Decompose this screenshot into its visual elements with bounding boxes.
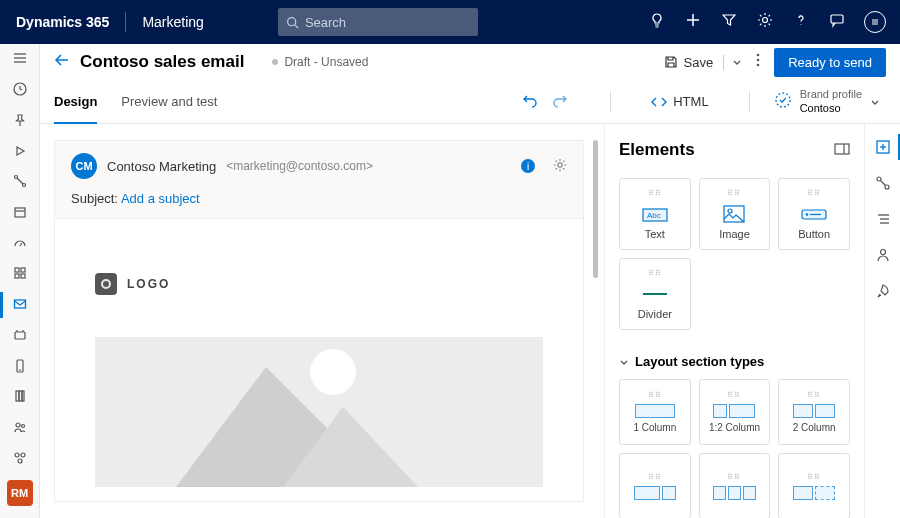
- svg-rect-22: [14, 300, 25, 308]
- svg-point-38: [757, 64, 760, 67]
- redo-button[interactable]: [552, 92, 568, 112]
- svg-point-59: [880, 250, 885, 255]
- svg-point-0: [288, 17, 296, 25]
- svg-point-39: [776, 93, 790, 107]
- svg-point-4: [763, 18, 768, 23]
- layout-custom[interactable]: ⠿⠿: [778, 453, 850, 518]
- save-button[interactable]: Save: [664, 55, 743, 70]
- pin-icon[interactable]: [11, 111, 29, 128]
- filter-icon[interactable]: [720, 11, 738, 29]
- journey-icon[interactable]: [11, 173, 29, 190]
- brand-profile-button[interactable]: Brand profile Contoso: [774, 88, 880, 114]
- menu-icon[interactable]: [11, 50, 29, 67]
- logo-icon: [95, 273, 117, 295]
- person-icon[interactable]: [874, 246, 892, 264]
- add-subject-link[interactable]: Add a subject: [121, 191, 200, 206]
- mail-icon[interactable]: [11, 296, 29, 313]
- chevron-down-icon[interactable]: [723, 55, 742, 70]
- layout-1-2-column[interactable]: ⠿⠿ 1:2 Column: [699, 379, 771, 445]
- element-image[interactable]: ⠿⠿ Image: [699, 178, 771, 250]
- right-panel: Elements ⠿⠿ Abc Text ⠿⠿ Image ⠿⠿ Button: [604, 124, 864, 518]
- from-name: Contoso Marketing: [107, 159, 216, 174]
- svg-rect-15: [15, 208, 25, 217]
- ready-to-send-button[interactable]: Ready to send: [774, 48, 886, 77]
- email-header: CM Contoso Marketing <marketing@contoso.…: [55, 141, 583, 219]
- recent-icon[interactable]: [11, 81, 29, 98]
- undo-button[interactable]: [522, 92, 538, 112]
- svg-rect-23: [15, 332, 25, 339]
- play-icon[interactable]: [11, 142, 29, 159]
- more-button[interactable]: [756, 53, 760, 71]
- svg-line-17: [20, 243, 22, 246]
- tab-bar: Design Preview and test HTML Brand profi…: [40, 80, 900, 124]
- layout-extra-2[interactable]: ⠿⠿: [699, 453, 771, 518]
- element-button[interactable]: ⠿⠿ Button: [778, 178, 850, 250]
- layout-1-column[interactable]: ⠿⠿ 1 Column: [619, 379, 691, 445]
- speed-icon[interactable]: [11, 234, 29, 251]
- grid-icon[interactable]: [11, 265, 29, 282]
- svg-point-55: [885, 185, 889, 189]
- search-icon: [286, 16, 299, 29]
- module[interactable]: Marketing: [126, 14, 219, 30]
- lightbulb-icon[interactable]: [648, 11, 666, 29]
- svg-rect-5: [831, 15, 843, 23]
- search-box[interactable]: Search: [278, 8, 478, 36]
- svg-text:Abc: Abc: [647, 211, 661, 220]
- svg-rect-20: [15, 274, 19, 278]
- elements-tab-icon[interactable]: [874, 138, 892, 156]
- svg-point-54: [877, 177, 881, 181]
- outline-icon[interactable]: [874, 210, 892, 228]
- html-button[interactable]: HTML: [651, 94, 708, 109]
- calendar-icon[interactable]: [11, 204, 29, 221]
- svg-point-34: [21, 453, 25, 457]
- svg-line-1: [295, 24, 298, 27]
- element-text[interactable]: ⠿⠿ Abc Text: [619, 178, 691, 250]
- canvas-scrollbar[interactable]: [593, 140, 598, 502]
- logo-block[interactable]: LOGO: [95, 273, 543, 295]
- brand[interactable]: Dynamics 365: [0, 14, 125, 30]
- tab-preview[interactable]: Preview and test: [121, 80, 217, 123]
- info-icon[interactable]: i: [521, 159, 535, 173]
- layout-section-title[interactable]: Layout section types: [619, 354, 850, 369]
- email-body[interactable]: LOGO: [55, 219, 583, 487]
- header-gear-icon[interactable]: [553, 158, 567, 175]
- help-icon[interactable]: [792, 11, 810, 29]
- chevron-down-icon: [870, 97, 880, 107]
- badge-icon: [774, 91, 792, 113]
- image-placeholder[interactable]: [95, 337, 543, 487]
- svg-rect-21: [21, 274, 25, 278]
- svg-point-48: [806, 213, 809, 216]
- layout-extra-1[interactable]: ⠿⠿: [619, 453, 691, 518]
- email-canvas[interactable]: CM Contoso Marketing <marketing@contoso.…: [54, 140, 584, 502]
- svg-rect-30: [22, 391, 24, 401]
- tab-design[interactable]: Design: [54, 80, 97, 123]
- layout-2-column[interactable]: ⠿⠿ 2 Column: [778, 379, 850, 445]
- svg-point-40: [558, 162, 562, 166]
- phone-icon[interactable]: [11, 357, 29, 374]
- title-bar: Contoso sales email Draft - Unsaved Save…: [40, 44, 900, 80]
- far-right-rail: [864, 124, 900, 518]
- gear-icon[interactable]: [756, 11, 774, 29]
- people-icon[interactable]: [11, 419, 29, 436]
- connect-icon[interactable]: [874, 174, 892, 192]
- segment-icon[interactable]: [11, 449, 29, 466]
- status-badge: Draft - Unsaved: [272, 55, 368, 69]
- left-rail: RM: [0, 44, 40, 518]
- svg-point-46: [728, 209, 732, 213]
- toast-icon[interactable]: [11, 326, 29, 343]
- add-icon[interactable]: [684, 11, 702, 29]
- canvas-wrap: CM Contoso Marketing <marketing@contoso.…: [40, 124, 604, 518]
- rocket-icon[interactable]: [874, 282, 892, 300]
- element-divider[interactable]: ⠿⠿ Divider: [619, 258, 691, 330]
- user-avatar[interactable]: RM: [7, 480, 33, 506]
- book-icon[interactable]: [11, 388, 29, 405]
- search-placeholder: Search: [305, 15, 346, 30]
- back-button[interactable]: [54, 52, 70, 72]
- account-icon[interactable]: [864, 11, 886, 33]
- save-icon: [664, 55, 678, 69]
- chat-icon[interactable]: [828, 11, 846, 29]
- page-title: Contoso sales email: [80, 52, 244, 72]
- svg-point-36: [757, 54, 760, 57]
- from-avatar: CM: [71, 153, 97, 179]
- panel-toggle-icon[interactable]: [834, 141, 850, 159]
